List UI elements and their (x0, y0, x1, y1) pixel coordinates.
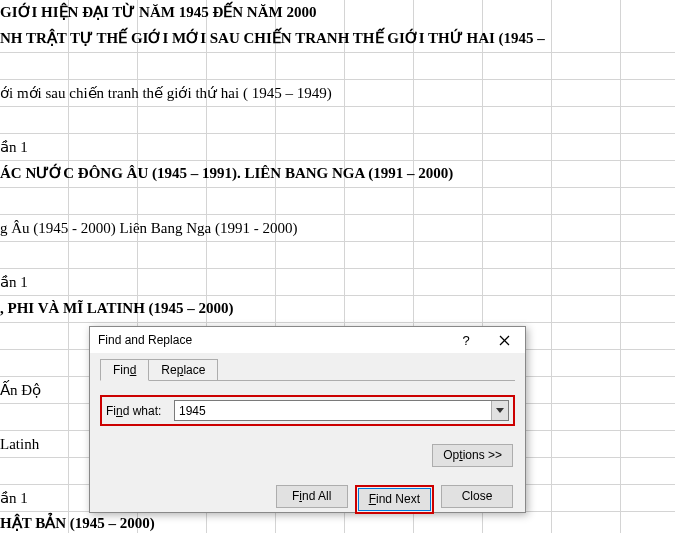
find-next-highlight: Find Next (355, 485, 434, 514)
tab-find[interactable]: FindFind (100, 359, 149, 381)
close-icon[interactable] (485, 328, 523, 352)
find-what-input[interactable] (175, 401, 491, 420)
find-what-row: Find what: (100, 395, 515, 426)
cell-text[interactable]: NH TRẬT TỰ THẾ GIỚI MỚI SAU CHIẾN TRANH … (0, 30, 545, 47)
cell-text[interactable]: ần 1 (0, 490, 28, 507)
cell-text[interactable]: ới mới sau chiến tranh thế giới thứ hai … (0, 85, 332, 102)
find-what-label: Find what: (106, 404, 174, 418)
cell-text[interactable]: ần 1 (0, 274, 28, 291)
close-button[interactable]: Close (441, 485, 513, 508)
gridline (0, 106, 675, 107)
gridline (0, 295, 675, 296)
dialog-buttons: Find All Find Next Close (90, 485, 513, 514)
find-all-button[interactable]: Find All (276, 485, 348, 508)
cell-text[interactable]: , PHI VÀ MĨ LATINH (1945 – 2000) (0, 300, 234, 317)
cell-text[interactable]: GIỚI HIỆN ĐẠI TỪ NĂM 1945 ĐẾN NĂM 2000 (0, 4, 316, 21)
gridline (0, 322, 675, 323)
cell-text[interactable]: ần 1 (0, 139, 28, 156)
chevron-down-icon (496, 408, 504, 413)
gridline (0, 79, 675, 80)
find-replace-dialog: Find and Replace ? FindFind ReplaceRepla… (89, 326, 526, 513)
options-row: Options >> (90, 444, 513, 467)
tab-replace[interactable]: ReplaceReplace (148, 359, 218, 381)
cell-text[interactable]: Ấn Độ (0, 382, 41, 399)
gridline (0, 214, 675, 215)
find-next-button[interactable]: Find Next (358, 488, 431, 511)
find-what-input-wrap (174, 400, 509, 421)
svg-marker-2 (496, 408, 504, 413)
cell-text[interactable]: g Âu (1945 - 2000) Liên Bang Nga (1991 -… (0, 220, 297, 237)
cell-text[interactable]: HẬT BẢN (1945 – 2000) (0, 515, 155, 532)
dialog-tabs: FindFind ReplaceReplace (100, 359, 525, 381)
dialog-titlebar[interactable]: Find and Replace ? (90, 327, 525, 353)
cell-text[interactable]: Latinh (0, 436, 39, 453)
gridline (0, 241, 675, 242)
gridline (0, 133, 675, 134)
gridline (0, 160, 675, 161)
dialog-title: Find and Replace (98, 333, 447, 347)
tab-divider (100, 380, 515, 381)
cell-text[interactable]: ÁC NƯỚC ĐÔNG ÂU (1945 – 1991). LIÊN BANG… (0, 165, 453, 182)
options-button[interactable]: Options >> (432, 444, 513, 467)
gridline (0, 52, 675, 53)
help-button[interactable]: ? (447, 328, 485, 352)
dropdown-button[interactable] (491, 401, 508, 420)
gridline (0, 187, 675, 188)
gridline (0, 268, 675, 269)
